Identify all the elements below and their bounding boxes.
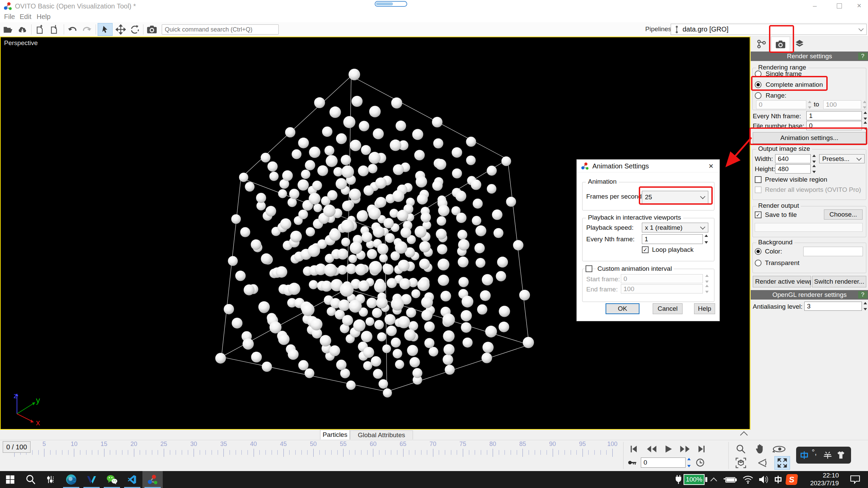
file-number-base-field[interactable]: 0	[806, 121, 862, 130]
orbit-icon[interactable]	[772, 443, 787, 455]
animation-settings-button[interactable]: Animation settings...	[753, 132, 866, 144]
wechat-taskbar-icon[interactable]	[102, 471, 122, 488]
range-radio[interactable]	[755, 92, 762, 99]
tab-overlays[interactable]	[790, 37, 809, 52]
auto-key-icon[interactable]	[627, 458, 638, 468]
frame-indicator-button[interactable]: 0 / 100	[3, 441, 31, 453]
step-forward-button[interactable]	[677, 443, 692, 455]
maximize-button[interactable]	[829, 0, 850, 12]
ime-toolbar[interactable]: °,	[796, 447, 851, 464]
single-frame-label[interactable]: Single frame	[766, 70, 802, 78]
start-button[interactable]	[0, 471, 20, 488]
ime-mode-icon[interactable]	[772, 474, 785, 485]
range-to-field[interactable]: 100	[823, 100, 861, 109]
render-button[interactable]	[145, 24, 159, 35]
antialiasing-field[interactable]: 3	[804, 302, 862, 311]
current-frame-field[interactable]: 0	[641, 458, 686, 468]
tab-pipeline[interactable]	[752, 37, 771, 52]
switch-renderer-button[interactable]: Switch renderer...	[812, 276, 866, 287]
width-field[interactable]: 640	[775, 154, 811, 163]
edge-taskbar-icon[interactable]	[61, 471, 81, 488]
battery-tray-icon[interactable]	[723, 474, 738, 485]
play-button[interactable]	[663, 443, 674, 455]
select-mode-button[interactable]	[98, 23, 113, 36]
sogou-tray-icon[interactable]: S	[785, 474, 798, 485]
ime-language-icon[interactable]	[798, 449, 810, 461]
redo-button[interactable]	[81, 24, 93, 35]
transparent-radio[interactable]	[755, 260, 762, 266]
tab-particles[interactable]: Particles	[320, 430, 350, 440]
ok-button[interactable]: OK	[606, 303, 639, 314]
background-color-swatch[interactable]	[803, 247, 863, 256]
save-to-file-label[interactable]: Save to file	[765, 211, 797, 219]
menu-item-edit[interactable]: Edit	[20, 13, 31, 21]
preview-visible-region-label[interactable]: Preview visible region	[765, 176, 827, 183]
ime-skin-icon[interactable]	[834, 449, 848, 461]
dialog-title-bar[interactable]: Animation Settings ×	[577, 160, 719, 172]
remote-import-icon[interactable]	[16, 24, 28, 35]
height-field[interactable]: 480	[775, 164, 811, 174]
complete-animation-radio[interactable]	[755, 81, 762, 88]
help-button[interactable]: Help	[694, 303, 715, 314]
ime-width-icon[interactable]	[822, 449, 833, 461]
save-to-file-checkbox[interactable]: ✓	[755, 211, 762, 218]
jump-to-start-button[interactable]	[628, 443, 639, 455]
dialog-every-nth-frame-field[interactable]: 1	[642, 234, 703, 244]
export-file-button[interactable]	[48, 24, 60, 35]
jump-to-end-button[interactable]	[696, 443, 707, 455]
dialog-close-icon[interactable]: ×	[705, 160, 717, 172]
loop-playback-label[interactable]: Loop playback	[652, 246, 694, 253]
vscode-taskbar-icon[interactable]	[122, 471, 142, 488]
every-nth-frame-field[interactable]: 1	[806, 111, 862, 120]
maximize-viewport-button[interactable]	[774, 456, 790, 470]
battery-percent-badge[interactable]: 100%	[684, 474, 705, 485]
range-label[interactable]: Range:	[766, 92, 786, 99]
clock-time[interactable]: 22:10	[810, 472, 839, 479]
action-center-icon[interactable]	[848, 474, 862, 485]
help-button[interactable]: ?	[858, 291, 867, 299]
output-path-field[interactable]	[755, 223, 863, 232]
command-search-input[interactable]	[162, 24, 279, 35]
zoom-scene-extents-icon[interactable]	[734, 457, 747, 469]
zoom-icon[interactable]	[734, 443, 747, 455]
tray-expand-chevron-icon[interactable]	[710, 477, 717, 484]
custom-interval-checkbox[interactable]	[586, 265, 592, 272]
volume-icon[interactable]	[757, 474, 770, 485]
tab-global-attributes[interactable]: Global Attributes	[350, 430, 413, 440]
pan-hand-icon[interactable]	[753, 443, 766, 455]
preview-visible-region-checkbox[interactable]	[755, 176, 762, 183]
background-color-label[interactable]: Color:	[765, 248, 782, 255]
animation-settings-clock-icon[interactable]	[694, 458, 706, 468]
custom-interval-label[interactable]: Custom animation interval	[596, 265, 674, 272]
viewport-label[interactable]: Perspective	[4, 39, 38, 47]
task-view-button[interactable]	[41, 471, 61, 488]
transparent-label[interactable]: Transparent	[765, 259, 800, 267]
move-mode-button[interactable]	[115, 24, 127, 35]
fov-icon[interactable]	[756, 457, 769, 469]
step-back-button[interactable]	[644, 443, 659, 455]
single-frame-radio[interactable]	[755, 70, 762, 77]
ime-punctuation-icon[interactable]: °,	[812, 448, 817, 457]
render-active-viewport-button[interactable]: Render active viewp	[753, 276, 811, 287]
import-file-button[interactable]	[34, 24, 46, 35]
menu-item-file[interactable]: File	[4, 13, 15, 21]
rotate-mode-button[interactable]	[128, 24, 140, 35]
presets-dropdown[interactable]: Presets...	[819, 154, 865, 163]
menu-item-help[interactable]: Help	[37, 13, 51, 21]
background-color-radio[interactable]	[755, 248, 762, 255]
playback-speed-dropdown[interactable]: x 1 (realtime)	[642, 223, 708, 232]
range-from-field[interactable]: 0	[756, 100, 806, 109]
fps-dropdown[interactable]: 25	[642, 191, 708, 204]
cancel-button[interactable]: Cancel	[653, 303, 683, 314]
collapse-panel-chevron-icon[interactable]	[740, 431, 748, 439]
timeline-ruler[interactable]: 5101520253035404550556065707580859095100	[0, 441, 623, 460]
pipeline-selector[interactable]: data.gro [GRO]	[671, 24, 867, 35]
close-button[interactable]: ×	[850, 0, 868, 12]
choose-file-button[interactable]: Choose...	[824, 209, 863, 220]
help-button[interactable]: ?	[858, 53, 867, 60]
blue-v-app-icon[interactable]	[81, 471, 102, 488]
minimize-button[interactable]: –	[804, 0, 825, 12]
open-file-button[interactable]	[2, 24, 14, 35]
complete-animation-label[interactable]: Complete animation	[766, 81, 823, 88]
search-button[interactable]	[20, 471, 41, 488]
